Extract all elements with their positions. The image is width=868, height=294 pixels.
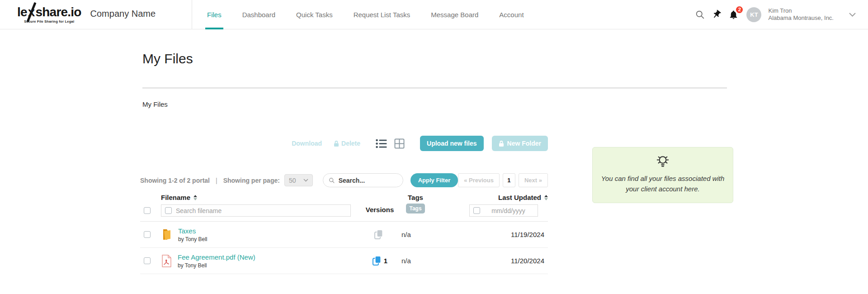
top-navigation-bar: le x share.io Secure File Sharing for Le… (0, 0, 868, 29)
list-view-icon[interactable] (376, 139, 387, 148)
previous-page-button[interactable]: « Previous (458, 173, 500, 187)
apply-filter-button[interactable]: Apply Filter (410, 173, 458, 187)
file-link[interactable]: Fee Agreement.pdf (New) (178, 253, 255, 261)
search-icon[interactable] (695, 10, 705, 19)
versions-header: Versions (358, 206, 401, 213)
filter-row: Showing 1-2 of 2 portal | Showing per pa… (140, 173, 548, 187)
pin-icon[interactable] (712, 9, 722, 19)
page-title: My Files (142, 51, 193, 66)
nav-tab-account[interactable]: Account (499, 0, 524, 29)
logo-x-mark: x (27, 6, 36, 19)
versions-copy-icon[interactable] (374, 229, 383, 240)
notifications-bell-icon[interactable]: 2 (728, 9, 739, 20)
next-page-button[interactable]: Next » (519, 173, 548, 187)
separator: | (216, 177, 217, 184)
version-count: 1 (384, 257, 387, 265)
nav-tab-dashboard[interactable]: Dashboard (242, 0, 275, 29)
tags-value: n/a (401, 257, 429, 265)
pagination: « Previous 1 Next » (458, 173, 548, 187)
upload-new-files-button[interactable]: Upload new files (420, 136, 483, 151)
search-input[interactable] (339, 177, 397, 184)
company-name: Company Name (90, 9, 156, 19)
nav-tab-files[interactable]: Files (207, 0, 222, 29)
grid-view-icon[interactable] (394, 138, 405, 149)
info-tip-box: You can find all your files associated w… (592, 147, 733, 203)
tags-filter-button[interactable]: Tags (406, 204, 425, 213)
delete-button[interactable]: Delete (334, 140, 360, 147)
info-tip-text: You can find all your files associated w… (601, 173, 725, 194)
lock-icon (334, 140, 339, 147)
date-filter-input[interactable] (483, 207, 534, 214)
files-toolbar: Download Delete (140, 135, 548, 152)
date-filter-field (469, 204, 538, 217)
versions-copy-icon[interactable] (372, 256, 382, 266)
folder-icon (161, 228, 172, 241)
search-field (323, 173, 403, 187)
tags-header: Tags (408, 194, 423, 201)
filename-filter-field (161, 204, 351, 217)
table-row: Fee Agreement.pdf (New) by Tony Bell 1 n… (140, 248, 548, 274)
user-organization: Alabama Montrause, Inc. (768, 14, 834, 22)
last-updated-sort-header[interactable]: Last Updated (498, 194, 548, 201)
filename-filter-checkbox[interactable] (165, 207, 172, 214)
user-info[interactable]: Kim Tron Alabama Montrause, Inc. (768, 7, 834, 21)
tags-value: n/a (401, 231, 429, 238)
header-actions: 2 KT Kim Tron Alabama Montrause, Inc. (695, 0, 868, 29)
nav-tab-message-board[interactable]: Message Board (431, 0, 478, 29)
last-updated-value: 11/20/2024 (429, 257, 548, 265)
app-screen: le x share.io Secure File Sharing for Le… (0, 0, 868, 294)
filename-sort-header[interactable]: Filename (161, 194, 197, 201)
notification-count-badge: 2 (735, 5, 744, 14)
download-button[interactable]: Download (292, 140, 322, 147)
file-owner: by Tony Bell (178, 262, 255, 269)
current-page-button[interactable]: 1 (503, 173, 515, 187)
nav-tab-quick-tasks[interactable]: Quick Tasks (296, 0, 333, 29)
pdf-file-icon (161, 254, 172, 268)
date-filter-checkbox[interactable] (473, 207, 480, 214)
user-name: Kim Tron (768, 7, 834, 14)
lock-icon (499, 140, 504, 147)
search-icon (329, 177, 335, 184)
per-page-select[interactable]: 50 (284, 174, 313, 186)
chevron-down-icon (303, 179, 308, 182)
chevron-down-icon[interactable] (849, 12, 856, 17)
select-all-checkbox[interactable] (144, 207, 151, 214)
table-row: Taxes by Tony Bell n/a 11/19/2024 (140, 222, 548, 248)
brand-area: le x share.io Secure File Sharing for Le… (0, 0, 192, 29)
row-checkbox[interactable] (144, 231, 151, 238)
nav-tab-request-list-tasks[interactable]: Request List Tasks (354, 0, 410, 29)
title-divider (142, 88, 727, 88)
per-page-label: Showing per page: (223, 177, 280, 184)
filename-filter-input[interactable] (176, 207, 347, 214)
sort-icon (544, 195, 548, 200)
lightbulb-icon (655, 154, 671, 169)
table-header: Filename Versions Tags Tags Last Updated (140, 192, 548, 222)
file-link[interactable]: Taxes (178, 227, 207, 235)
lexshare-logo[interactable]: le x share.io Secure File Sharing for Le… (17, 6, 81, 24)
file-owner: by Tony Bell (178, 236, 207, 242)
logo-text-prefix: le (17, 6, 27, 19)
showing-count-text: Showing 1-2 of 2 portal (140, 177, 210, 184)
files-table: Filename Versions Tags Tags Last Updated (140, 192, 548, 274)
new-folder-button[interactable]: New Folder (492, 136, 548, 151)
breadcrumb[interactable]: My Files (142, 100, 168, 108)
sort-icon (193, 195, 197, 200)
view-toggle-group (376, 138, 405, 149)
row-checkbox[interactable] (144, 257, 151, 264)
last-updated-value: 11/19/2024 (429, 231, 548, 238)
logo-text-suffix: share.io (36, 6, 81, 19)
avatar[interactable]: KT (746, 7, 761, 22)
main-nav: Files Dashboard Quick Tasks Request List… (207, 0, 524, 29)
